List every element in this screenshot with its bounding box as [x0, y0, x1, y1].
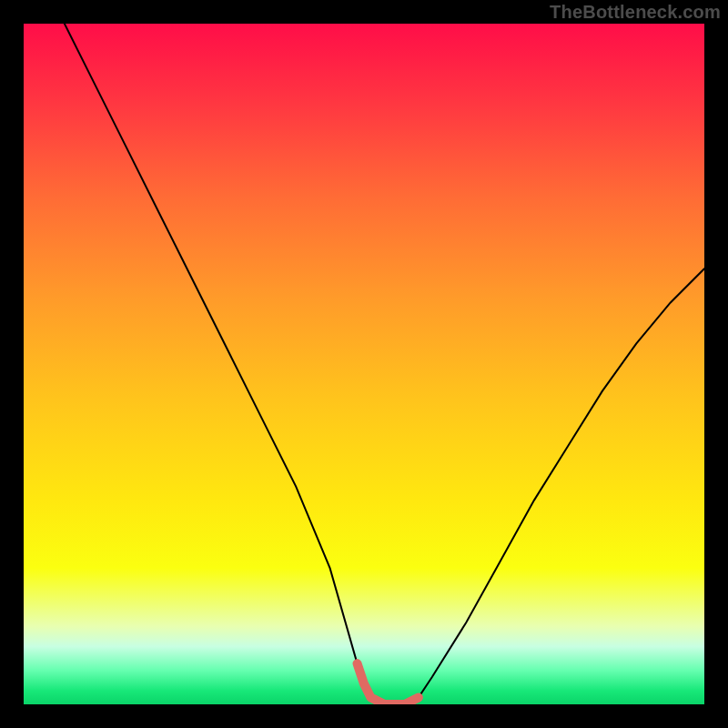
frame-border-bottom	[0, 704, 728, 728]
chart-frame: TheBottleneck.com	[0, 0, 728, 728]
bottleneck-curve-path	[65, 24, 704, 704]
frame-border-right	[704, 0, 728, 728]
plot-area	[24, 24, 704, 704]
highlight-segment-path	[358, 663, 419, 704]
chart-overlay	[24, 24, 704, 704]
frame-border-left	[0, 0, 24, 728]
watermark-text: TheBottleneck.com	[550, 2, 721, 23]
